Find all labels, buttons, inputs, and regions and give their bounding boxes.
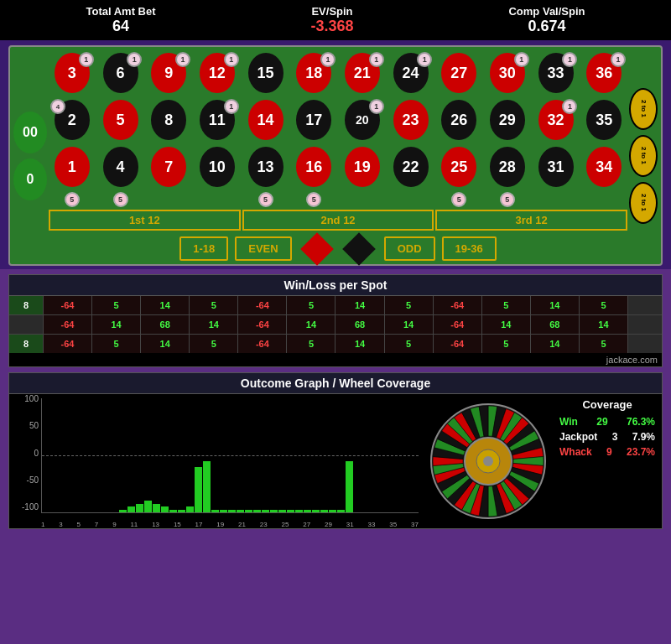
number-25[interactable]: 25 [435,144,482,190]
svg-point-3 [483,456,493,466]
x-labels: 13579 1113151719 2123252729 31333537 [41,521,419,528]
coverage-whack-row: Whack 9 23.7% [559,446,655,458]
black-diamond[interactable] [342,232,376,266]
number-14[interactable]: 14 [242,97,289,143]
number-28[interactable]: 28 [484,144,531,190]
number-22[interactable]: 22 [388,144,434,190]
wl-r1-c8: 5 [385,296,433,314]
winloss-title: Win/Loss per Spot [9,275,662,296]
bar [295,510,303,512]
number-0[interactable]: 0 [13,157,47,202]
outcome-section: Outcome Graph / Wheel Coverage 100 50 0 … [8,372,663,529]
ev-spin-label: EV/Spin [310,5,353,18]
bar [228,510,236,512]
coverage-win-label: Win [559,416,578,428]
number-16[interactable]: 16 [290,144,337,190]
coverage-jackpot-pct: 7.9% [632,431,655,443]
bars-container [42,398,419,512]
number-11[interactable]: 11 1 [194,97,241,143]
bet-odd[interactable]: ODD [384,236,435,261]
wl-r2-c5: -64 [238,315,286,334]
dozen-3[interactable]: 3rd 12 [435,210,627,231]
number-19[interactable]: 19 [339,144,386,190]
number-18[interactable]: 18 1 [290,50,337,96]
comp-val-label: Comp Val/Spin [508,5,585,18]
wl-r1-c10: 5 [482,296,530,314]
dozen-2[interactable]: 2nd 12 [242,210,434,231]
wl-row2-left [9,315,43,334]
number-15[interactable]: 15 [242,50,289,96]
2to1-mid[interactable]: 2 to 1 [629,135,658,177]
number-23[interactable]: 23 [388,97,434,143]
number-27[interactable]: 27 [435,50,482,96]
number-00[interactable]: 00 [13,110,47,155]
outcome-body: 100 50 0 -50 -100 13579 1113151719 21232… [9,394,662,528]
number-30[interactable]: 30 1 [484,50,531,96]
number-26[interactable]: 26 [435,97,482,143]
dozen-1[interactable]: 1st 12 [49,210,241,231]
wl-r1-c2: 5 [92,296,140,314]
total-amt-bet-value: 64 [86,18,155,35]
ev-spin-value: -3.368 [310,18,353,35]
bar [304,510,311,512]
wl-r1-c7: 14 [336,296,383,314]
number-24[interactable]: 24 1 [388,50,434,96]
number-2[interactable]: 2 4 [49,97,96,143]
two-to-one-column: 2 to 1 2 to 1 2 to 1 [629,50,658,261]
jackace-credit: jackace.com [9,353,662,366]
bar [337,510,345,512]
2to1-bot[interactable]: 2 to 1 [629,182,658,224]
number-9[interactable]: 9 1 [145,50,192,96]
wl-r2-c2: 14 [92,315,140,334]
number-12[interactable]: 12 1 [194,50,241,96]
bar [144,501,152,512]
outcome-title: Outcome Graph / Wheel Coverage [9,373,662,394]
bar [270,510,278,512]
number-20[interactable]: 20 1 [339,97,386,143]
wl-r2-c6: 14 [287,315,335,334]
bar [245,510,252,512]
numbers-row-1: 3 1 6 1 9 1 12 1 [49,50,627,96]
bar [262,510,269,512]
bet-1-18[interactable]: 1-18 [179,236,228,261]
wl-r1-c11: 14 [531,296,579,314]
number-36[interactable]: 36 1 [580,50,627,96]
number-8[interactable]: 8 [145,97,192,143]
number-6[interactable]: 6 1 [97,50,144,96]
roulette-section: 00 0 3 1 6 1 [0,40,671,269]
coverage-whack-count: 9 [606,446,612,458]
number-35[interactable]: 35 [580,97,627,143]
number-7[interactable]: 7 [145,144,192,190]
number-13[interactable]: 13 [242,144,289,190]
2to1-top[interactable]: 2 to 1 [629,88,658,130]
wl-r2-c7: 68 [336,315,383,334]
bar [161,506,169,512]
number-17[interactable]: 17 [290,97,337,143]
wl-r3-c3: 14 [141,335,189,353]
number-31[interactable]: 31 [533,144,580,190]
winloss-grid: 8 -64 5 14 5 -64 5 14 5 -64 5 14 5 -64 1… [9,296,662,353]
number-5[interactable]: 5 [97,97,144,143]
bar [237,510,244,512]
number-3[interactable]: 3 1 [49,50,96,96]
number-32[interactable]: 32 1 [533,97,580,143]
bar [203,461,211,512]
wl-r3-c8: 5 [385,335,433,353]
red-diamond[interactable] [300,232,334,266]
number-29[interactable]: 29 [484,97,531,143]
number-34[interactable]: 34 [580,144,627,190]
wl-r3-c10: 5 [482,335,530,353]
wl-r2-c3: 68 [141,315,189,334]
bet-19-36[interactable]: 19-36 [442,236,497,261]
bar [253,510,261,512]
number-4[interactable]: 4 [97,144,144,190]
coverage-jackpot-label: Jackpot [559,431,597,443]
wl-r3-c11: 14 [531,335,579,353]
number-21[interactable]: 21 1 [339,50,386,96]
comp-val-spin: Comp Val/Spin 0.674 [508,5,585,35]
bet-even[interactable]: EVEN [235,236,291,261]
number-10[interactable]: 10 [194,144,241,190]
number-33[interactable]: 33 1 [533,50,580,96]
number-1[interactable]: 1 [49,144,96,190]
bar [153,504,160,512]
